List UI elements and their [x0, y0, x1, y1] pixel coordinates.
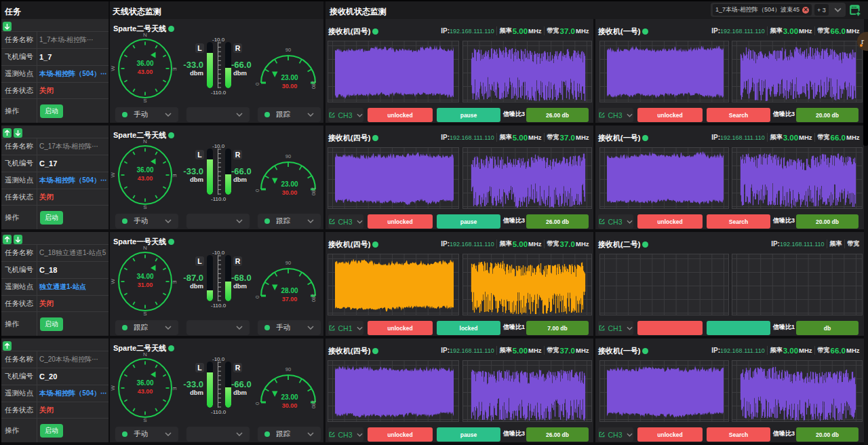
svg-text:23.00: 23.00 — [281, 74, 298, 81]
svg-text:90: 90 — [285, 153, 291, 159]
svg-text:90: 90 — [285, 260, 291, 266]
svg-text:N: N — [143, 32, 147, 38]
svg-text:90: 90 — [285, 47, 291, 53]
svg-text:90: 90 — [285, 366, 291, 372]
svg-text:23.00: 23.00 — [281, 180, 298, 188]
svg-text:0: 0 — [254, 296, 260, 298]
svg-text:S: S — [143, 417, 146, 423]
svg-text:0: 0 — [254, 189, 260, 192]
svg-text:43.00: 43.00 — [138, 175, 153, 182]
svg-text:S: S — [143, 311, 146, 317]
svg-text:0: 0 — [254, 83, 260, 85]
svg-text:36.00: 36.00 — [136, 60, 153, 67]
svg-text:180: 180 — [311, 294, 317, 303]
svg-text:23.00: 23.00 — [281, 393, 298, 401]
svg-text:34.00: 34.00 — [136, 273, 153, 280]
svg-text:W: W — [110, 172, 116, 178]
svg-text:37.00: 37.00 — [282, 296, 298, 303]
svg-text:36.00: 36.00 — [136, 166, 153, 174]
svg-text:S: S — [143, 204, 146, 210]
svg-text:31.00: 31.00 — [138, 282, 153, 288]
svg-text:W: W — [110, 279, 116, 284]
svg-text:36.00: 36.00 — [136, 379, 153, 387]
svg-text:180: 180 — [311, 187, 317, 196]
svg-text:S: S — [143, 98, 146, 104]
svg-text:30.00: 30.00 — [282, 189, 298, 196]
svg-text:43.00: 43.00 — [138, 69, 153, 75]
svg-text:N: N — [143, 138, 147, 144]
svg-text:0: 0 — [254, 402, 260, 405]
svg-text:43.00: 43.00 — [138, 388, 153, 395]
svg-text:180: 180 — [311, 400, 317, 409]
svg-text:N: N — [143, 351, 147, 357]
svg-text:30.00: 30.00 — [282, 83, 298, 90]
svg-text:180: 180 — [311, 81, 317, 90]
svg-text:W: W — [110, 385, 116, 391]
svg-text:N: N — [143, 245, 147, 251]
svg-text:30.00: 30.00 — [282, 402, 298, 409]
svg-text:28.00: 28.00 — [281, 287, 298, 294]
svg-text:W: W — [110, 66, 116, 71]
